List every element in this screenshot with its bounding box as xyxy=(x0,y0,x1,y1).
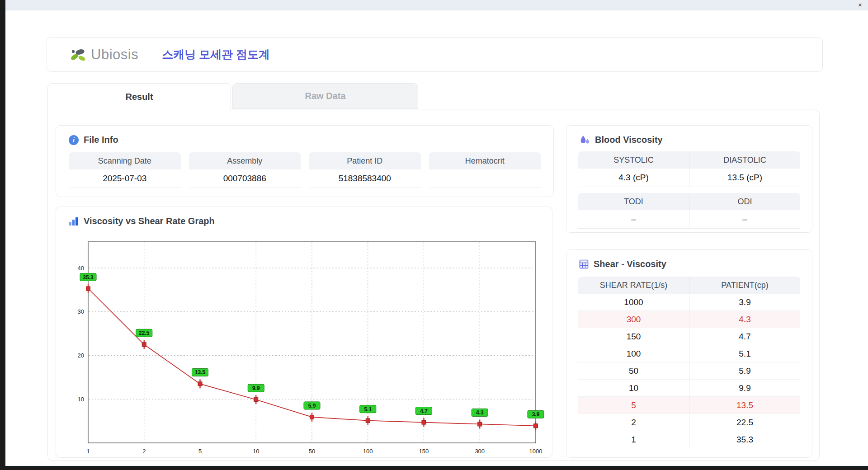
patient-cell: 3.9 xyxy=(689,294,800,310)
shear-rate-cell: 50 xyxy=(578,362,689,379)
field-value: 51838583400 xyxy=(309,169,421,188)
ubiosis-logo: Ubiosis xyxy=(68,46,138,63)
shear-viscosity-header: Shear - Viscosity xyxy=(566,250,812,276)
shear-rate-column-header: SHEAR RATE(1/s) xyxy=(578,277,689,294)
svg-text:40: 40 xyxy=(78,265,84,272)
result-panel: i File Info Scanning Date 2025-07-03 Ass… xyxy=(47,109,820,461)
shear-viscosity-card: Shear - Viscosity SHEAR RATE(1/s) PATIEN… xyxy=(566,249,812,458)
graph-header: Viscosity vs Shear Rate Graph xyxy=(56,207,552,233)
table-row: 109.9 xyxy=(578,380,800,397)
patient-cell: 13.5 xyxy=(689,397,800,414)
shear-rate-cell: 1 xyxy=(578,431,689,448)
shear-rate-cell: 300 xyxy=(578,311,689,328)
table-row: 222.5 xyxy=(578,414,800,431)
field-label: Assembly xyxy=(189,152,301,169)
blood-viscosity-card: Blood Viscosity SYSTOLIC DIASTOLIC 4.3 (… xyxy=(566,125,812,233)
patient-cell: 4.7 xyxy=(689,328,800,345)
patient-cell: 5.9 xyxy=(689,362,800,379)
field-scanning-date: Scanning Date 2025-07-03 xyxy=(69,152,181,188)
patient-column-header: PATIENT(cp) xyxy=(689,277,800,294)
field-patient-id: Patient ID 51838583400 xyxy=(309,152,421,188)
patient-cell: 4.3 xyxy=(689,311,800,328)
systolic-header: SYSTOLIC xyxy=(578,151,689,169)
field-label: Hematocrit xyxy=(429,152,541,169)
svg-text:30: 30 xyxy=(78,308,84,315)
odi-header: ODI xyxy=(689,193,800,210)
table-row: 3004.3 xyxy=(578,311,800,328)
patient-cell: 35.3 xyxy=(689,431,800,448)
table-row: 513.5 xyxy=(578,397,800,414)
tab-raw-data[interactable]: Raw Data xyxy=(232,83,418,109)
svg-text:3.9: 3.9 xyxy=(532,411,540,418)
svg-text:13.5: 13.5 xyxy=(195,369,206,376)
patient-cell: 22.5 xyxy=(689,414,800,431)
water-drops-icon xyxy=(579,135,590,145)
field-value xyxy=(429,169,541,188)
svg-text:10: 10 xyxy=(78,396,84,403)
tab-result[interactable]: Result xyxy=(47,83,231,110)
shear-rate-cell: 150 xyxy=(578,328,689,345)
field-label: Scanning Date xyxy=(69,152,181,169)
svg-text:5.1: 5.1 xyxy=(364,406,372,413)
field-value: 000703886 xyxy=(189,169,301,188)
patient-cell: 9.9 xyxy=(689,380,800,396)
file-info-card: i File Info Scanning Date 2025-07-03 Ass… xyxy=(56,125,554,197)
todi-odi-group: TODI ODI – – xyxy=(578,193,800,229)
table-body: 10003.93004.31504.71005.1505.9109.9513.5… xyxy=(578,294,800,448)
svg-text:300: 300 xyxy=(475,448,485,455)
bv-header-row: TODI ODI xyxy=(578,193,800,210)
file-info-fields: Scanning Date 2025-07-03 Assembly 000703… xyxy=(56,151,553,188)
brand-name: Ubiosis xyxy=(91,47,138,63)
page-title: 스캐닝 모세관 점도계 xyxy=(162,47,270,62)
systolic-value: 4.3 (cP) xyxy=(578,169,689,187)
svg-text:4.3: 4.3 xyxy=(476,409,484,416)
svg-text:4.7: 4.7 xyxy=(420,408,428,414)
header-card: Ubiosis 스캐닝 모세관 점도계 xyxy=(47,37,823,72)
todi-header: TODI xyxy=(578,193,689,210)
svg-text:5.9: 5.9 xyxy=(308,403,316,409)
svg-text:35.3: 35.3 xyxy=(83,274,94,281)
bar-chart-icon xyxy=(69,217,79,226)
svg-text:1000: 1000 xyxy=(529,448,542,455)
shear-rate-cell: 5 xyxy=(578,397,689,414)
shear-rate-cell: 10 xyxy=(578,380,689,396)
ubiosis-logo-mark xyxy=(68,46,89,63)
table-row: 10003.9 xyxy=(578,294,800,311)
systolic-diastolic-group: SYSTOLIC DIASTOLIC 4.3 (cP) 13.5 (cP) xyxy=(578,151,800,187)
close-icon[interactable]: × xyxy=(858,1,862,9)
shear-rate-cell: 100 xyxy=(578,345,689,362)
svg-text:9.9: 9.9 xyxy=(252,385,260,391)
svg-text:2: 2 xyxy=(142,448,146,455)
svg-text:10: 10 xyxy=(253,448,259,455)
svg-text:20: 20 xyxy=(78,352,84,359)
patient-cell: 5.1 xyxy=(689,345,800,362)
field-label: Patient ID xyxy=(309,152,421,169)
info-icon: i xyxy=(69,135,79,145)
shear-viscosity-title: Shear - Viscosity xyxy=(594,259,666,269)
viscosity-graph-card: Viscosity vs Shear Rate Graph 1020304012… xyxy=(56,207,552,458)
file-info-header: i File Info xyxy=(56,126,553,151)
odi-value: – xyxy=(689,210,800,229)
diastolic-header: DIASTOLIC xyxy=(689,151,800,169)
app-window: × Ubiosis 스캐닝 모세관 점도계 Result Raw Data i … xyxy=(5,0,868,466)
svg-text:150: 150 xyxy=(419,448,429,455)
shear-rate-cell: 2 xyxy=(578,414,689,431)
diastolic-value: 13.5 (cP) xyxy=(689,169,800,187)
blood-viscosity-header: Blood Viscosity xyxy=(566,126,812,151)
svg-text:1: 1 xyxy=(86,448,90,455)
svg-text:50: 50 xyxy=(309,448,315,455)
bv-value-row: – – xyxy=(578,210,800,229)
table-row: 1504.7 xyxy=(578,328,800,345)
blood-viscosity-title: Blood Viscosity xyxy=(595,135,663,145)
table-grid-icon xyxy=(579,259,589,269)
field-hematocrit: Hematocrit xyxy=(429,152,541,188)
field-assembly: Assembly 000703886 xyxy=(189,152,301,188)
bv-value-row: 4.3 (cP) 13.5 (cP) xyxy=(578,169,800,187)
shear-rate-cell: 1000 xyxy=(578,294,689,310)
field-value: 2025-07-03 xyxy=(69,169,181,188)
graph-title: Viscosity vs Shear Rate Graph xyxy=(84,216,215,226)
table-row: 1005.1 xyxy=(578,345,800,362)
file-info-title: File Info xyxy=(84,135,118,145)
table-row: 505.9 xyxy=(578,362,800,380)
shear-viscosity-table: SHEAR RATE(1/s) PATIENT(cp) 10003.93004.… xyxy=(578,277,800,448)
